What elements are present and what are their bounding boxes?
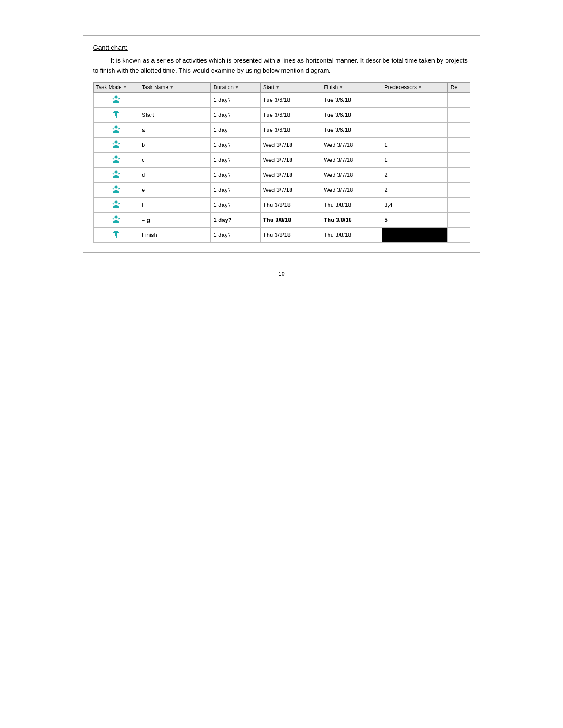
- svg-line-24: [118, 203, 120, 204]
- task-mode-cell: [93, 138, 139, 153]
- svg-rect-4: [115, 113, 117, 116]
- th-arrow-predecessors: ▼: [418, 85, 422, 90]
- task-name-cell: d: [139, 168, 211, 183]
- duration-cell: 1 day?: [211, 108, 260, 123]
- minus-icon: −: [142, 217, 145, 223]
- table-row: e1 day?Wed 3/7/18Wed 3/7/182: [93, 183, 470, 198]
- table-row: f1 day?Thu 3/8/18Thu 3/8/183,4: [93, 198, 470, 213]
- finish-cell: Tue 3/6/18: [321, 93, 382, 108]
- re-cell: [448, 108, 470, 123]
- th-start[interactable]: Start ▼: [260, 83, 321, 93]
- start-cell: Tue 3/6/18: [260, 108, 321, 123]
- duration-cell: 1 day?: [211, 93, 260, 108]
- svg-point-19: [114, 186, 117, 189]
- task-mode-cell: [93, 123, 139, 138]
- svg-line-8: [113, 128, 114, 129]
- finish-cell: Wed 3/7/18: [321, 153, 382, 168]
- start-cell: Wed 3/7/18: [260, 183, 321, 198]
- svg-point-22: [114, 201, 117, 204]
- th-task-mode[interactable]: Task Mode ▼: [93, 83, 139, 93]
- table-row: − g1 day?Thu 3/8/18Thu 3/8/185: [93, 213, 470, 228]
- th-predecessors[interactable]: Predecessors ▼: [382, 83, 448, 93]
- start-cell: Tue 3/6/18: [260, 93, 321, 108]
- finish-cell: Tue 3/6/18: [321, 108, 382, 123]
- auto-schedule-icon: [111, 184, 121, 194]
- task-mode-cell: [93, 168, 139, 183]
- th-arrow-start: ▼: [276, 85, 280, 90]
- task-name-cell: Start: [139, 108, 211, 123]
- auto-schedule-icon: [111, 139, 121, 149]
- finish-cell: Thu 3/8/18: [321, 198, 382, 213]
- table-body: 1 day?Tue 3/6/18Tue 3/6/18 Start1 day?Tu…: [93, 93, 470, 243]
- page-container: Gantt chart: It is known as a series of …: [83, 35, 480, 277]
- svg-line-18: [118, 173, 120, 174]
- table-row: b1 day?Wed 3/7/18Wed 3/7/181: [93, 138, 470, 153]
- predecessors-cell: [382, 228, 448, 243]
- table-row: c1 day?Wed 3/7/18Wed 3/7/181: [93, 153, 470, 168]
- table-row: 1 day?Tue 3/6/18Tue 3/6/18: [93, 93, 470, 108]
- task-mode-cell: [93, 153, 139, 168]
- manual-schedule-icon: [111, 109, 121, 119]
- svg-line-20: [113, 188, 114, 189]
- predecessors-cell: [382, 123, 448, 138]
- start-cell: Tue 3/6/18: [260, 123, 321, 138]
- finish-cell: Thu 3/8/18: [321, 228, 382, 243]
- svg-rect-5: [113, 112, 119, 113]
- table-row: Finish1 day?Thu 3/8/18Thu 3/8/18: [93, 228, 470, 243]
- duration-cell: 1 day: [211, 123, 260, 138]
- table-row: d1 day?Wed 3/7/18Wed 3/7/182: [93, 168, 470, 183]
- svg-point-10: [114, 141, 117, 144]
- predecessors-cell: 3,4: [382, 198, 448, 213]
- svg-line-15: [118, 158, 120, 159]
- table-header-row: Task Mode ▼ Task Name ▼ Duration ▼: [93, 83, 470, 93]
- svg-point-0: [114, 96, 117, 99]
- task-name-cell: a: [139, 123, 211, 138]
- finish-cell: Thu 3/8/18: [321, 213, 382, 228]
- task-mode-cell: [93, 93, 139, 108]
- re-cell: [448, 183, 470, 198]
- content-box: Gantt chart: It is known as a series of …: [83, 35, 480, 253]
- svg-rect-29: [115, 233, 117, 236]
- predecessors-cell: 2: [382, 183, 448, 198]
- re-cell: [448, 168, 470, 183]
- th-duration[interactable]: Duration ▼: [211, 83, 260, 93]
- auto-schedule-icon: [111, 169, 121, 179]
- th-re: Re: [448, 83, 470, 93]
- table-row: a1 dayTue 3/6/18Tue 3/6/18: [93, 123, 470, 138]
- svg-line-21: [118, 188, 120, 189]
- th-finish[interactable]: Finish ▼: [321, 83, 382, 93]
- duration-cell: 1 day?: [211, 228, 260, 243]
- th-task-name[interactable]: Task Name ▼: [139, 83, 211, 93]
- start-cell: Thu 3/8/18: [260, 213, 321, 228]
- auto-schedule-icon: [111, 154, 121, 164]
- auto-schedule-icon: [111, 199, 121, 209]
- finish-cell: Wed 3/7/18: [321, 183, 382, 198]
- svg-line-9: [118, 128, 120, 129]
- svg-line-11: [113, 143, 114, 144]
- predecessors-cell: 1: [382, 138, 448, 153]
- start-cell: Thu 3/8/18: [260, 198, 321, 213]
- svg-point-7: [114, 126, 117, 129]
- start-cell: Wed 3/7/18: [260, 138, 321, 153]
- duration-cell: 1 day?: [211, 168, 260, 183]
- finish-cell: Wed 3/7/18: [321, 138, 382, 153]
- svg-line-2: [118, 98, 120, 99]
- task-name-cell: c: [139, 153, 211, 168]
- task-mode-cell: [93, 183, 139, 198]
- task-name-cell: Finish: [139, 228, 211, 243]
- task-mode-cell: [93, 228, 139, 243]
- duration-cell: 1 day?: [211, 213, 260, 228]
- svg-point-16: [114, 171, 117, 174]
- th-arrow-finish: ▼: [339, 85, 343, 90]
- section-title: Gantt chart:: [93, 44, 470, 51]
- th-arrow-task-mode: ▼: [123, 85, 127, 90]
- page-number: 10: [83, 270, 480, 277]
- re-cell: [448, 228, 470, 243]
- predecessors-cell: 1: [382, 153, 448, 168]
- svg-point-25: [114, 216, 117, 219]
- auto-schedule-icon: [111, 94, 121, 104]
- svg-line-27: [118, 218, 120, 219]
- re-cell: [448, 213, 470, 228]
- svg-line-23: [113, 203, 114, 204]
- finish-cell: Tue 3/6/18: [321, 123, 382, 138]
